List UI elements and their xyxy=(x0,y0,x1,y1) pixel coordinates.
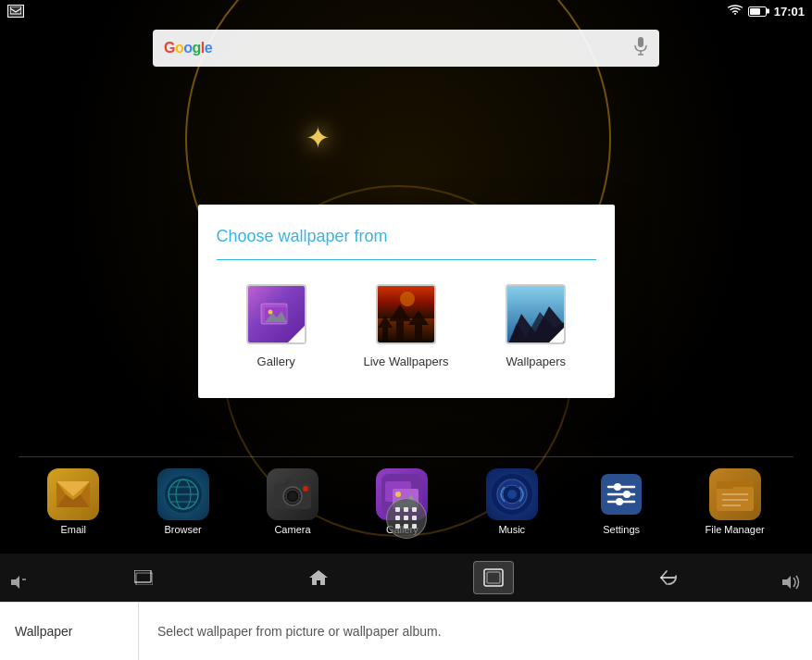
gallery-icon-container xyxy=(244,282,308,347)
dialog-overlay: Choose wallpaper from xyxy=(0,0,812,602)
notification-icon xyxy=(7,5,24,18)
corner-fold xyxy=(549,328,564,342)
wallpapers-icon xyxy=(506,284,566,344)
gallery-option[interactable]: Gallery xyxy=(232,279,319,372)
battery-icon xyxy=(748,6,767,17)
live-wallpapers-option[interactable]: Live Wallpapers xyxy=(352,279,459,372)
gallery-icon xyxy=(246,284,306,344)
wallpapers-option[interactable]: Wallpapers xyxy=(493,279,580,372)
choose-wallpaper-dialog: Choose wallpaper from xyxy=(198,205,615,398)
wallpapers-label: Wallpapers xyxy=(506,355,567,368)
info-bar: Wallpaper Select wallpaper from picture … xyxy=(0,602,812,660)
dialog-divider xyxy=(217,259,596,260)
android-screen: 17:01 Google Choose wallpaper from xyxy=(0,0,812,602)
status-right: 17:01 xyxy=(728,5,805,19)
live-wallpapers-icon xyxy=(376,284,436,344)
wifi-icon xyxy=(728,5,743,19)
wallpapers-icon-container xyxy=(504,282,568,347)
svg-marker-12 xyxy=(408,310,429,344)
status-bar: 17:01 xyxy=(0,0,812,22)
info-description: Select wallpaper from picture or wallpap… xyxy=(139,603,812,660)
dialog-title: Choose wallpaper from xyxy=(217,227,596,246)
svg-point-10 xyxy=(269,309,273,314)
info-label: Wallpaper xyxy=(0,603,139,660)
svg-point-14 xyxy=(400,292,415,306)
svg-rect-0 xyxy=(10,6,21,14)
svg-line-1 xyxy=(10,8,16,12)
live-wallpapers-label: Live Wallpapers xyxy=(363,355,448,368)
clock: 17:01 xyxy=(774,5,805,19)
dialog-options: Gallery xyxy=(217,279,596,372)
svg-line-2 xyxy=(16,8,21,12)
live-wallpapers-icon-container xyxy=(373,282,438,347)
gallery-label: Gallery xyxy=(257,355,295,368)
svg-marker-11 xyxy=(389,305,411,344)
status-left xyxy=(7,5,24,18)
